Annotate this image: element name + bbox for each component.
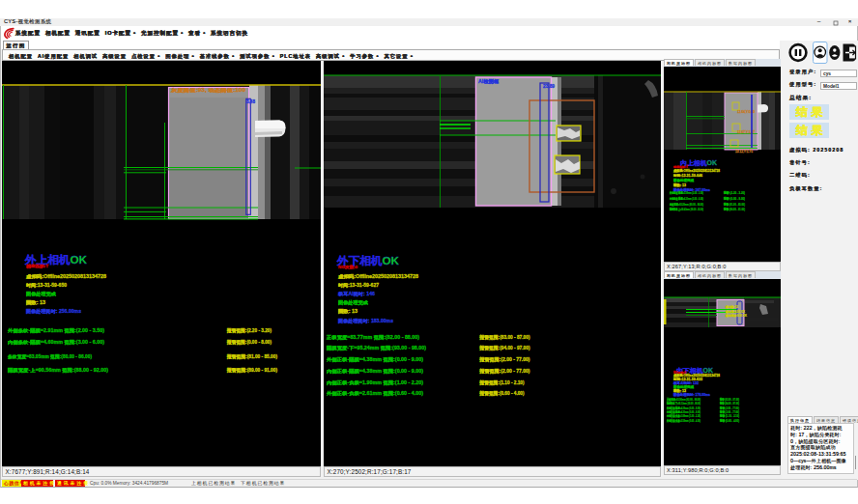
svg-text:极耳数:13: 极耳数:13 [725, 305, 738, 309]
svg-text:外侧正极-隔膜=4.29mm (0.00 - 9.00): 外侧正极-隔膜=4.29mm (0.00 - 9.00) [666, 406, 701, 410]
svg-text:报警范围:(2.00 - 77.00): 报警范围:(2.00 - 77.00) [478, 356, 530, 363]
svg-text:正极宽度=83.56mm (82.00 - 88.00): 正极宽度=83.56mm (82.00 - 88.00) [666, 397, 701, 402]
svg-text:正极宽度=83.77mm 范围:(82.00 - 88.00: 正极宽度=83.77mm 范围:(82.00 - 88.00) [326, 334, 420, 341]
svg-text:报警范围:(2.00 - 77.00): 报警范围:(2.00 - 77.00) [478, 368, 530, 375]
svg-text:报警范围:(89.00 - 91.00): 报警范围:(89.00 - 91.00) [226, 367, 278, 374]
svg-text:虚拟码:Offline2025020813134728: 虚拟码:Offline2025020813134728 [337, 273, 419, 280]
svg-text:报警范围:(83.00 - 87.00): 报警范围:(83.00 - 87.00) [478, 334, 530, 341]
svg-text:报警范围:(81.00 - 85.00): 报警范围:(81.00 - 85.00) [226, 353, 278, 360]
svg-text:圈数: 13: 圈数: 13 [673, 182, 686, 187]
svg-text:内侧条纹-隔膜=4.60mm 范围:(3.00 - 6.00: 内侧条纹-隔膜=4.60mm 范围:(3.00 - 6.00) [8, 339, 105, 346]
svg-text:灰度阈值:93, 动态阈值:100: 灰度阈值:93, 动态阈值:100 [170, 87, 246, 94]
svg-text:外侧正极-负极=2.61mm 范围:(0.60 - 4.00: 外侧正极-负极=2.61mm 范围:(0.60 - 4.00) [326, 390, 424, 397]
svg-text:报警:(81.00 - 85.00): 报警:(81.00 - 85.00) [723, 202, 745, 207]
svg-text:报警:(0.60 - 4.00): 报警:(0.60 - 4.00) [719, 418, 739, 423]
svg-text:极耳AI耗时: 146: 极耳AI耗时: 146 [337, 291, 376, 297]
svg-text:图像处理耗时: 256.00ms: 图像处理耗时: 256.00ms [26, 308, 81, 315]
svg-text:13.12,Y:1.75: 13.12,Y:1.75 [735, 150, 753, 154]
svg-text:隔膜宽度-下=95.12mm (93.00 - 98.00): 隔膜宽度-下=95.12mm (93.00 - 98.00) [667, 401, 701, 406]
svg-text:隔膜宽度-上=90.43mm (88.00 - 92.00): 隔膜宽度-上=90.43mm (88.00 - 92.00) [670, 207, 703, 211]
svg-text:报警:(2.20 - 3.20): 报警:(2.20 - 3.20) [723, 190, 745, 195]
svg-text:虚拟码:Offline2025020813134728: 虚拟码:Offline2025020813134728 [672, 168, 720, 173]
svg-text:报警:(2.00 - 77.00): 报警:(2.00 - 77.00) [719, 409, 739, 414]
svg-text:NG次数:0: NG次数:0 [338, 265, 358, 269]
svg-text:23.89: 23.89 [543, 84, 555, 89]
svg-text:报警:(94.00 - 97.00): 报警:(94.00 - 97.00) [719, 401, 739, 406]
svg-text:外侧正极-负极=2.58mm (0.60 - 4.00): 外侧正极-负极=2.58mm (0.60 - 4.00) [666, 418, 701, 423]
svg-text:时间:13-31-59-646: 时间:13-31-59-646 [673, 174, 702, 178]
svg-text:报警范围:(2.20 - 3.20): 报警范围:(2.20 - 3.20) [226, 327, 272, 334]
svg-text:虚拟码:Offline2025020813134728: 虚拟码:Offline2025020813134728 [25, 273, 107, 280]
svg-text:条纹宽度=83.05mm 范围:(80.00 - 86.00: 条纹宽度=83.05mm 范围:(80.00 - 86.00) [7, 353, 93, 360]
svg-text:条纹宽度=83.28mm (80.00 - 86.00): 条纹宽度=83.28mm (80.00 - 86.00) [669, 203, 703, 207]
svg-text:圈数: 13: 圈数: 13 [338, 308, 358, 315]
svg-text:隔膜宽度-下=95.24mm 范围:(93.00 - 98.: 隔膜宽度-下=95.24mm 范围:(93.00 - 98.00) [327, 345, 427, 351]
svg-text:内侧条纹-隔膜=4.33mm (3.00 - 6.00): 内侧条纹-隔膜=4.33mm (3.00 - 6.00) [670, 196, 703, 201]
svg-text:隔膜宽度-上=90.56mm 范围:(88.00 - 92.: 隔膜宽度-上=90.56mm 范围:(88.00 - 92.00) [8, 367, 109, 374]
svg-text:报警:(0.00 - 8.00): 报警:(0.00 - 8.00) [723, 196, 745, 201]
svg-text:报警范围:(0.00 - 8.00): 报警范围:(0.00 - 8.00) [226, 339, 272, 346]
svg-text:外侧条纹-隔膜=2.58mm (2.00 - 3.50): 外侧条纹-隔膜=2.58mm (2.00 - 3.50) [669, 190, 703, 195]
svg-text:报警:(2.00 - 77.00): 报警:(2.00 - 77.00) [719, 406, 739, 410]
svg-text:报警:(89.00 - 91.00): 报警:(89.00 - 91.00) [723, 207, 745, 211]
svg-text:外侧正极-隔膜=4.38mm 范围:(0.00 - 9.00: 外侧正极-隔膜=4.38mm 范围:(0.00 - 9.00) [326, 356, 424, 363]
svg-text:报警范围:(0.60 - 4.00): 报警范围:(0.60 - 4.00) [478, 390, 524, 397]
svg-text:AI检测框: AI检测框 [478, 78, 499, 85]
svg-text:内侧正极-隔膜=4.35mm (0.00 - 9.00): 内侧正极-隔膜=4.35mm (0.00 - 9.00) [667, 409, 701, 414]
svg-text:内侧正极-负极=1.88mm (1.00 - 2.20): 内侧正极-负极=1.88mm (1.00 - 2.20) [667, 413, 701, 418]
svg-text:图像处理完成: 图像处理完成 [26, 291, 56, 297]
svg-text:内侧正极-隔膜=4.38mm 范围:(0.00 - 9.00: 内侧正极-隔膜=4.38mm 范围:(0.00 - 9.00) [327, 368, 424, 375]
svg-text:图像处理完成: 图像处理完成 [673, 178, 695, 182]
svg-text:极耳间距:0.95 OK: 极耳间距:0.95 OK [725, 314, 748, 318]
svg-text:图像处理耗时: 178.00ms: 图像处理耗时: 178.00ms [673, 392, 710, 397]
svg-text:外侧条纹-隔膜=2.91mm 范围:(2.00 - 3.50: 外侧条纹-隔膜=2.91mm 范围:(2.00 - 3.50) [7, 327, 105, 334]
svg-text:图像处理耗时: 183.00ms: 图像处理耗时: 183.00ms [338, 318, 393, 324]
svg-text:报警:(1.10 - 2.10): 报警:(1.10 - 2.10) [719, 413, 739, 418]
svg-text:报警范围:(1.10 - 2.10): 报警范围:(1.10 - 2.10) [478, 379, 524, 386]
svg-text:报警:(83.00 - 87.00): 报警:(83.00 - 87.00) [719, 397, 739, 402]
svg-text:报警范围:(94.00 - 97.00): 报警范围:(94.00 - 97.00) [478, 345, 530, 351]
svg-text:极耳宽:4.05 OK: 极耳宽:4.05 OK [725, 310, 746, 314]
svg-text:图像处理完成: 图像处理完成 [338, 299, 368, 306]
svg-text:圈数: 13: 圈数: 13 [26, 299, 46, 306]
svg-text:3.48: 3.48 [246, 99, 255, 104]
svg-text:内侧正极-负极=1.90mm 范围:(1.00 - 2.20: 内侧正极-负极=1.90mm 范围:(1.00 - 2.20) [327, 379, 424, 386]
